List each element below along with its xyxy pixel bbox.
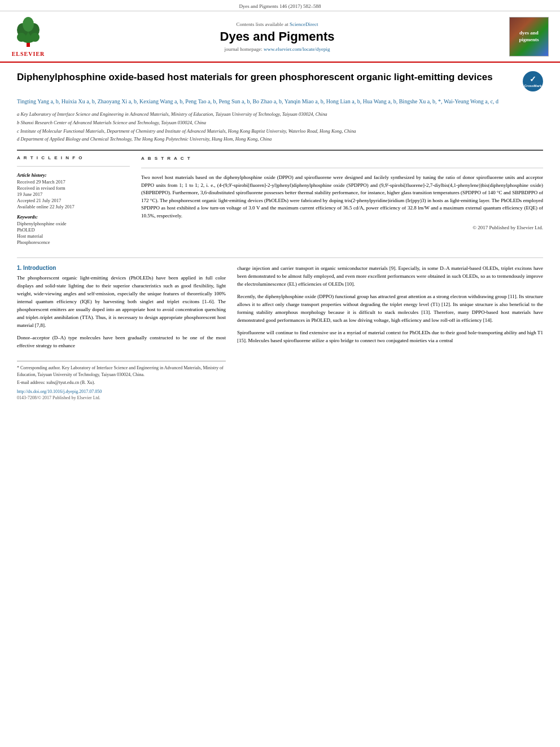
article-info-label: A R T I C L E I N F O [17,155,130,160]
body-columns: 1. Introduction The phosphorescent organ… [17,265,543,400]
top-bar: Dyes and Pigments 146 (2017) 582–588 [0,0,560,11]
doi-link[interactable]: http://dx.doi.org/10.1016/j.dyepig.2017.… [17,389,226,394]
journal-cover-thumb: dyes and pigments [509,17,549,56]
article-title: Diphenylphosphine oxide-based host mater… [17,71,517,84]
sciencedirect-link[interactable]: ScienceDirect [290,21,318,27]
body-right-para-2: Recently, the diphenylphosphine oxide (D… [237,293,543,325]
body-right-para-1: charge injection and carrier transport i… [237,265,543,289]
history-title: Article history: [17,172,130,178]
journal-title: Dyes and Pigments [45,29,509,44]
info-divider-1 [17,166,130,167]
article-info-column: A R T I C L E I N F O Article history: R… [17,155,130,250]
available: Available online 22 July 2017 [17,204,130,209]
received-1: Received 29 March 2017 [17,179,130,185]
main-content: Diphenylphosphine oxide-based host mater… [0,63,560,412]
footnote-email: E-mail address: xuhs@tyut.edu.cn (B. Xu)… [17,379,226,386]
body-right-para-3: Spirofluorene will continue to find exte… [237,329,543,345]
received-2: Received in revised form [17,185,130,191]
body-left-para-1: The phosphorescent organic light-emittin… [17,274,226,330]
divider-thick [17,150,543,151]
journal-center-block: Contents lists available at ScienceDirec… [45,21,509,52]
keyword-4: Phosphorescence [17,239,130,245]
body-left-para-2: Donor–acceptor (D–A) type molecules have… [17,334,226,350]
svg-point-6 [30,33,40,42]
keywords-block: Keywords: Diphenylphosphine oxide PhOLED… [17,214,130,245]
article-history-block: Article history: Received 29 March 2017 … [17,172,130,209]
received-2b: 19 June 2017 [17,191,130,197]
svg-point-5 [17,33,26,42]
authors-text: Tingting Yang a, b, Huixia Xu a, b, Zhao… [17,98,498,104]
authors-block: Tingting Yang a, b, Huixia Xu a, b, Zhao… [17,97,543,106]
elsevier-brand-label: ELSEVIER [12,51,45,57]
affiliations-block: a Key Laboratory of Interface Science an… [17,111,543,143]
keyword-3: Host material [17,233,130,239]
elsevier-logo: ELSEVIER [11,16,45,57]
keyword-1: Diphenylphosphine oxide [17,221,130,226]
footnote-section: * Corresponding author. Key Laboratory o… [17,361,226,400]
journal-homepage-line: journal homepage: www.elsevier.com/locat… [45,46,509,52]
article-title-block: Diphenylphosphine oxide-based host mater… [17,71,543,91]
footnote-corresponding: * Corresponding author. Key Laboratory o… [17,365,226,377]
accepted: Accepted 21 July 2017 [17,198,130,203]
contents-available-line: Contents lists available at ScienceDirec… [45,21,509,27]
homepage-url[interactable]: www.elsevier.com/locate/dyepig [264,46,330,52]
issn-line: 0143-7208/© 2017 Published by Elsevier L… [17,395,226,400]
affiliation-c: c Institute of Molecular Functional Mate… [17,128,543,135]
journal-citation: Dyes and Pigments 146 (2017) 582–588 [239,3,321,9]
abstract-text: Two novel host materials based on the di… [141,174,543,220]
doi-anchor[interactable]: http://dx.doi.org/10.1016/j.dyepig.2017.… [17,389,102,394]
keywords-title: Keywords: [17,214,130,220]
section1-heading: 1. Introduction [17,265,226,271]
body-right-column: charge injection and carrier transport i… [237,265,543,400]
abstract-copyright: © 2017 Published by Elsevier Ltd. [141,224,543,232]
abstract-divider [141,168,543,168]
body-divider [17,257,543,258]
affiliation-b: b Shanxi Research Center of Advanced Mat… [17,119,543,126]
keyword-2: PhOLED [17,227,130,233]
article-info-abstract-columns: A R T I C L E I N F O Article history: R… [17,155,543,250]
crossmark-badge: ✓ CrossMark [523,71,543,91]
svg-point-4 [23,17,34,32]
affiliation-a: a Key Laboratory of Interface Science an… [17,111,543,118]
journal-header: ELSEVIER Contents lists available at Sci… [0,11,560,63]
elsevier-tree-icon [11,16,45,50]
abstract-label: A B S T R A C T [141,155,543,162]
body-left-column: 1. Introduction The phosphorescent organ… [17,265,226,400]
affiliation-d: d Department of Applied Biology and Chem… [17,136,543,143]
abstract-column: A B S T R A C T Two novel host materials… [141,155,543,250]
